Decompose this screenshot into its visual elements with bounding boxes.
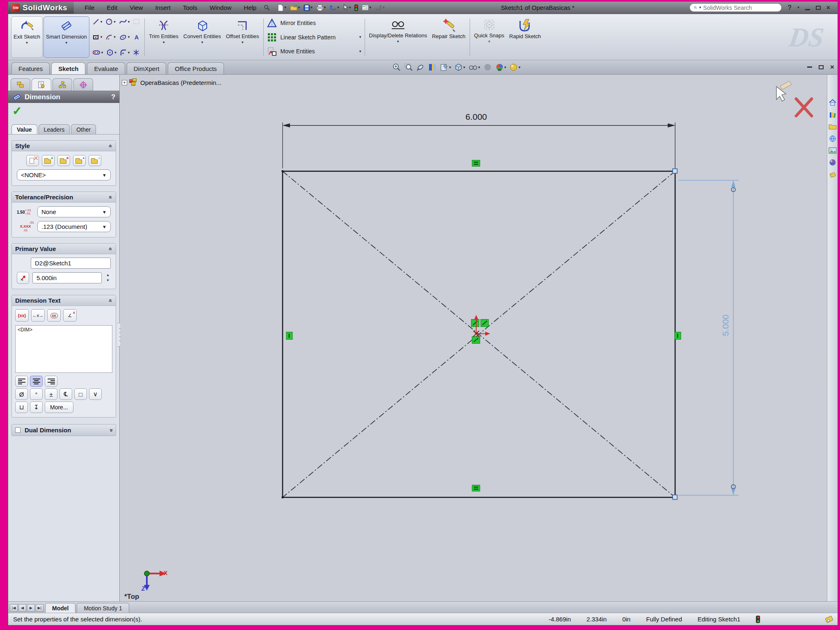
diameter-symbol-button[interactable]: Ø [15,388,28,400]
expand-chevron-icon[interactable]: « [107,429,114,432]
hide-show-items-button[interactable]: ▾ [468,63,481,72]
add-favorite-button[interactable]: + [42,155,55,166]
quick-snaps-button[interactable]: Quick Snaps ▾ [472,16,507,58]
next-tab-button[interactable]: ▶ [27,604,35,612]
zoom-to-fit-button[interactable] [392,62,402,72]
centerline-symbol-button[interactable]: ℄ [59,388,72,400]
primary-value-header[interactable]: Primary Value « [12,244,116,254]
dimxpert-manager-tab[interactable] [73,78,93,91]
relation-badge-vertical-right[interactable] [675,332,681,340]
menu-edit[interactable]: Edit [107,4,117,11]
offset-entities-button[interactable]: Offset Entities ▾ [224,16,261,58]
print-button[interactable]: ▾ [315,4,327,12]
options-button[interactable]: ▾ [361,4,372,11]
file-explorer-icon[interactable] [829,123,837,130]
move-entities-caret[interactable]: ▾ [359,50,361,53]
search-box[interactable]: ▾ [689,3,782,12]
add-parenthesis-button[interactable]: (xx) [15,309,29,322]
depth-symbol-button[interactable]: ↧ [30,402,43,413]
line-tool-button[interactable]: ▾ [91,18,103,26]
zoom-to-area-button[interactable] [404,62,413,72]
justify-center-button[interactable] [30,376,43,387]
display-style-button[interactable]: ▾ [454,62,466,72]
convert-entities-button[interactable]: Convert Entities ▾ [181,16,223,58]
exit-sketch-caret[interactable]: ▾ [26,41,28,45]
relation-badge-horizontal-bottom[interactable] [472,485,480,491]
tab-leaders[interactable]: Leaders [39,124,70,134]
select-button[interactable]: ▾ [342,3,352,12]
smart-dimension-button[interactable]: Smart Dimension ▾ [43,16,89,58]
tab-motion-study[interactable]: Motion Study 1 [77,603,129,613]
property-manager-tab[interactable] [32,78,51,91]
exit-sketch-button[interactable]: Exit Sketch ▾ [11,16,43,58]
more-symbols-button[interactable]: More... [45,402,73,413]
quick-snaps-caret[interactable]: ▾ [488,40,490,43]
inspection-dimension-button[interactable]: xx [47,309,61,322]
feature-tree-root[interactable]: + OperaBasicas (Predetermin... [122,78,221,87]
menu-view[interactable]: View [130,4,143,11]
offset-entities-caret[interactable]: ▾ [242,41,244,44]
doc-close-button[interactable]: × [830,64,834,71]
design-library-icon[interactable] [829,111,836,119]
help-caret[interactable]: ▾ [797,6,799,9]
display-delete-relations-button[interactable]: Display/Delete Relations ▾ [367,16,429,58]
doc-minimize-button[interactable] [807,66,812,68]
tab-other[interactable]: Other [71,124,96,134]
undo-button[interactable]: ▾ [328,4,340,12]
no-favorite-button[interactable]: ⤬ [26,155,39,166]
dimension-height-label[interactable]: 5.000 [721,312,730,338]
smart-dimension-caret[interactable]: ▾ [66,41,68,45]
text-tool-button[interactable]: A [132,33,141,41]
feature-manager-tab[interactable] [11,78,30,91]
tab-model[interactable]: Model [45,603,75,613]
relation-badge-vertical-left[interactable] [286,332,292,340]
help-button[interactable]: ? [788,5,792,11]
trim-entities-button[interactable]: Trim Entities ▾ [147,16,180,58]
view-palette-icon[interactable] [829,147,837,154]
circle-tool-button[interactable]: ▾ [105,18,116,26]
search-input[interactable] [703,5,777,11]
construction-diagonals[interactable] [283,171,675,497]
tab-sketch[interactable]: Sketch [51,62,85,74]
display-delete-relations-caret[interactable]: ▾ [397,40,399,43]
save-button[interactable]: ▾ [302,4,314,12]
polygon-tool-button[interactable]: ▾ [105,48,117,57]
dimension-text-area[interactable]: <DIM> [15,325,112,373]
menu-pin-icon[interactable] [264,5,270,11]
justify-left-button[interactable] [15,376,28,387]
dimension-width-label[interactable]: 6.000 [463,112,489,122]
collapse-chevron-icon[interactable]: « [107,299,114,302]
new-document-button[interactable]: ▾ [276,3,288,12]
appearances-pane-icon[interactable] [829,159,836,166]
menu-window[interactable]: Window [210,4,231,11]
rapid-sketch-button[interactable]: Rapid Sketch [507,16,543,58]
fillet-tool-button[interactable]: ▾ [119,48,131,57]
sketch-picture-button[interactable] [132,18,141,26]
dual-dimension-checkbox[interactable] [15,427,21,433]
repair-sketch-button[interactable]: Repair Sketch [430,16,468,58]
redo-button[interactable]: ▾ [374,4,386,12]
menu-tools[interactable]: Tools [183,4,197,11]
last-tab-button[interactable]: ▶| [36,604,43,612]
justify-right-button[interactable] [45,376,57,387]
slot-tool-button[interactable]: ▾ [91,49,104,56]
spline-tool-button[interactable]: ▾ [118,18,131,26]
custom-properties-icon[interactable] [829,171,836,178]
relation-badge-horizontal-top[interactable] [472,160,480,167]
close-button[interactable]: × [826,5,830,11]
spinner-up-button[interactable]: ▲ [105,273,111,277]
square-symbol-button[interactable]: □ [74,388,87,400]
value-link-button[interactable] [17,272,29,284]
section-view-button[interactable] [427,62,437,72]
collapse-chevron-icon[interactable]: « [107,247,114,251]
rebuild-button[interactable] [353,4,359,12]
offset-text-button[interactable]: ←x→ [31,309,45,322]
arc-tool-button[interactable]: ▾ [105,33,116,41]
style-dropdown[interactable]: <NONE> ▼ [17,169,111,180]
tab-office-products[interactable]: Office Products [168,62,224,74]
open-button[interactable]: ▾ [289,4,301,12]
collapse-chevron-icon[interactable]: « [107,144,114,148]
minimize-button[interactable] [805,9,810,10]
delete-favorite-button[interactable]: × [57,155,70,166]
dimension-text-header[interactable]: Dimension Text « [12,295,116,306]
